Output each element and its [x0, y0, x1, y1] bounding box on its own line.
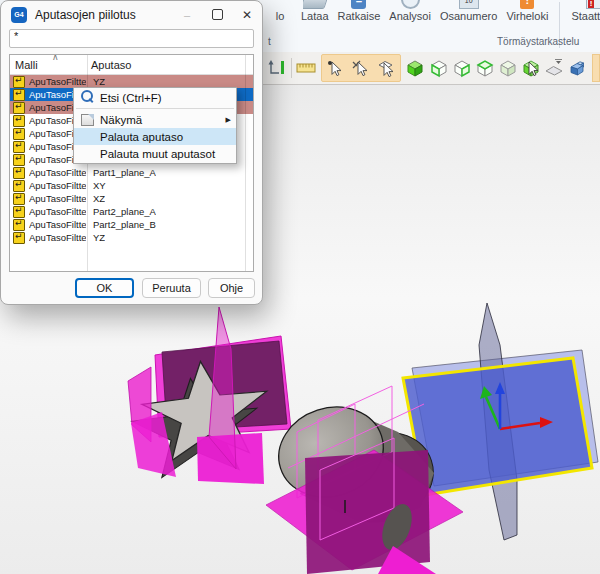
- cancel-button[interactable]: Peruuta: [142, 278, 201, 298]
- search-icon: [81, 90, 93, 102]
- cube-select-icon[interactable]: [520, 55, 542, 81]
- solve-icon: [347, 0, 371, 9]
- cell-malli: ApuTasoFiltteri...: [29, 180, 86, 191]
- plane-filter-icon: [13, 102, 25, 114]
- toolbar-separator: [291, 58, 292, 78]
- ribbon-button-label: Staattinen: [571, 10, 600, 22]
- table-row[interactable]: ApuTasoFiltteri...Part2_plane_B: [10, 218, 253, 231]
- ribbon-button-staattinen[interactable]: Staattinen: [571, 0, 600, 22]
- menu-item-palauta-muut-aputasot[interactable]: Palauta muut aputasot: [74, 145, 236, 162]
- error-log-icon: [515, 0, 539, 9]
- dialog-titlebar[interactable]: G4 Aputasojen piilotus: [1, 1, 262, 28]
- snap-edge-icon[interactable]: [348, 55, 373, 81]
- snap-point-icon[interactable]: [322, 55, 347, 81]
- cell-aputaso: XZ: [86, 193, 105, 204]
- view-icon: [81, 114, 94, 126]
- part-number-icon: [457, 0, 481, 9]
- orbit-icon[interactable]: [265, 55, 287, 81]
- plane-filter-icon: [13, 193, 25, 205]
- collision-static-icon: [584, 0, 600, 9]
- cube-face-side-icon[interactable]: [451, 55, 473, 81]
- column-divider: [245, 55, 246, 271]
- cell-aputaso: XY: [86, 180, 106, 191]
- plane-filter-icon: [13, 232, 25, 244]
- plane-filter-icon: [13, 141, 25, 153]
- cell-malli: ApuTasoFiltteri...: [29, 206, 86, 217]
- cube-light-icon[interactable]: [497, 55, 519, 81]
- cell-aputaso: Part1_plane_A: [86, 167, 156, 178]
- ruler-icon[interactable]: [295, 55, 317, 81]
- cube-face-top-icon[interactable]: [474, 55, 496, 81]
- cube-shaded-icon[interactable]: [404, 55, 426, 81]
- ribbon-button-analysoi[interactable]: Analysoi: [389, 0, 431, 22]
- plane-filter-icon: [13, 154, 25, 166]
- minimize-button-icon[interactable]: [172, 1, 202, 28]
- partial-tan-icon[interactable]: [592, 54, 600, 82]
- submenu-arrow-icon: [226, 116, 231, 124]
- ribbon-button-virheloki[interactable]: Virheloki: [506, 0, 548, 22]
- ribbon-group-label-partial: t: [268, 36, 271, 47]
- snap-mode-group: [321, 54, 401, 82]
- ribbon-button-ratkaise[interactable]: Ratkaise: [338, 0, 381, 22]
- ribbon-button-label: Ratkaise: [338, 10, 381, 22]
- sort-ascending-icon: [52, 54, 59, 62]
- maximize-button-icon[interactable]: [202, 1, 232, 28]
- context-menu: Etsi (Ctrl+F)NäkymäPalauta aputasoPalaut…: [73, 87, 237, 164]
- menu-item-etsi[interactable]: Etsi (Ctrl+F): [74, 89, 236, 106]
- plane-filter-icon: [13, 180, 25, 192]
- analyze-icon: [398, 0, 422, 9]
- table-header[interactable]: Malli Aputaso: [10, 55, 253, 75]
- column-header-aputaso[interactable]: Aputaso: [91, 59, 131, 71]
- ribbon-button-label: Lataa: [301, 10, 329, 22]
- ribbon-button-lataa[interactable]: Lataa: [301, 0, 329, 22]
- ribbon-group-label-collision: Törmäystarkastelu: [497, 36, 579, 47]
- ribbon-button-partial-left[interactable]: lo: [268, 0, 292, 22]
- table-row[interactable]: ApuTasoFiltteri...XZ: [10, 192, 253, 205]
- cell-malli: ApuTasoFiltteri...: [29, 167, 86, 178]
- table-row[interactable]: ApuTasoFiltteri...Part2_plane_A: [10, 205, 253, 218]
- column-header-malli[interactable]: Malli: [15, 59, 38, 71]
- table-row[interactable]: ApuTasoFiltteri...XY: [10, 179, 253, 192]
- cell-malli: ApuTasoFiltteri...: [29, 232, 86, 243]
- plane-filter-icon: [13, 167, 25, 179]
- close-button-icon[interactable]: [232, 1, 262, 28]
- cell-malli: ApuTasoFiltteri...: [29, 219, 86, 230]
- snap-face-icon[interactable]: [374, 55, 399, 81]
- filter-input[interactable]: [9, 29, 254, 48]
- table-row[interactable]: ApuTasoFiltteri...Part1_plane_A: [10, 166, 253, 179]
- menu-item-palauta-aputaso[interactable]: Palauta aputaso: [74, 128, 236, 145]
- ribbon-button-label: Analysoi: [389, 10, 431, 22]
- cell-aputaso: Part2_plane_B: [86, 219, 156, 230]
- app-icon: G4: [11, 7, 27, 23]
- plane-filter-icon: [13, 115, 25, 127]
- dialog-title: Aputasojen piilotus: [35, 8, 136, 22]
- star-solid-group[interactable]: [128, 307, 291, 484]
- help-button[interactable]: Ohje: [208, 278, 255, 298]
- plane-view-icon[interactable]: [543, 55, 565, 81]
- plane-filter-icon: [13, 219, 25, 231]
- plane-filter-icon: [13, 206, 25, 218]
- isometric-view-icon[interactable]: [567, 55, 589, 81]
- cell-aputaso: YZ: [86, 232, 105, 243]
- table-row[interactable]: ApuTasoFiltteri...YZ: [10, 231, 253, 244]
- plane-filter-icon: [13, 89, 25, 101]
- cell-aputaso: Part2_plane_A: [86, 206, 156, 217]
- cell-malli: ApuTasoFiltteri...: [29, 76, 86, 87]
- cube-face-front-icon[interactable]: [427, 55, 449, 81]
- ribbon-button-label: Virheloki: [506, 10, 548, 22]
- ok-button[interactable]: OK: [75, 278, 134, 298]
- plane-filter-icon: [13, 76, 25, 88]
- plane-filter-icon: [13, 128, 25, 140]
- cell-aputaso: YZ: [86, 76, 105, 87]
- ribbon-button-label: Osanumero: [440, 10, 497, 22]
- menu-item-nakyma[interactable]: Näkymä: [74, 111, 236, 128]
- menu-separator: [76, 108, 234, 109]
- cell-malli: ApuTasoFiltteri...: [29, 193, 86, 204]
- ribbon-button-osanumero[interactable]: Osanumero: [440, 0, 497, 22]
- ribbon-button-label: lo: [276, 10, 285, 22]
- load-icon: [303, 0, 327, 9]
